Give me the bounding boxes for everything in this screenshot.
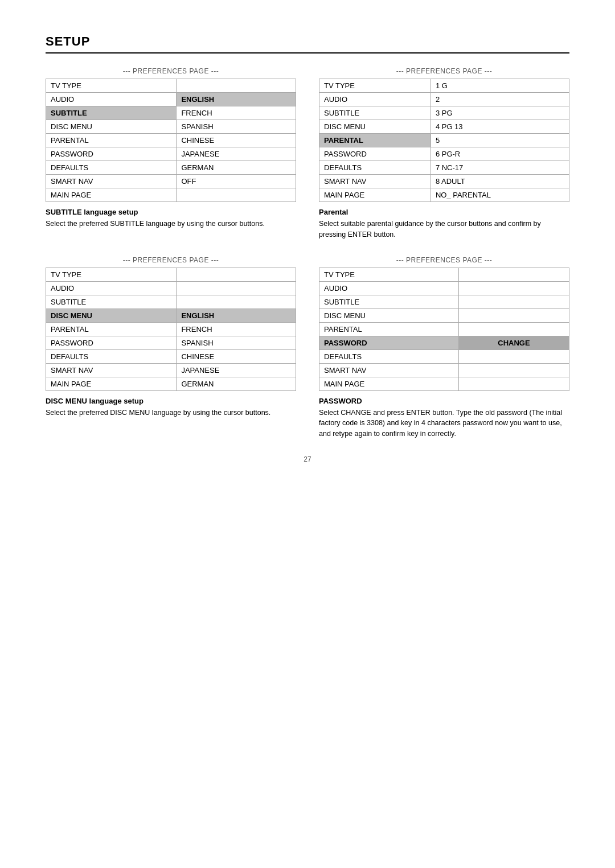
table-row: SMART NAV <box>319 363 569 377</box>
password-caption-body: Select CHANGE and press ENTER button. Ty… <box>319 408 569 439</box>
table-row: PARENTAL <box>319 322 569 336</box>
disc-menu-section: --- PREFERENCES PAGE --- TV TYPE AUDIO S… <box>46 256 296 439</box>
table-row: DEFAULTSGERMAN <box>46 161 296 175</box>
pref-header-2: --- PREFERENCES PAGE --- <box>319 67 569 75</box>
table-row: SMART NAVOFF <box>46 175 296 188</box>
pref-header-4: --- PREFERENCES PAGE --- <box>319 256 569 264</box>
table-row: DISC MENUSPANISH <box>46 120 296 134</box>
table-row: DISC MENUENGLISH <box>46 308 296 322</box>
password-section: --- PREFERENCES PAGE --- TV TYPE AUDIO S… <box>319 256 569 439</box>
table-row: DEFAULTSCHINESE <box>46 349 296 363</box>
parental-caption-body: Select suitable parental guidance by the… <box>319 219 569 240</box>
table-row: SMART NAVJAPANESE <box>46 363 296 377</box>
disc-menu-caption-title: DISC MENU language setup <box>46 397 296 405</box>
table-row: PARENTAL5 <box>319 134 569 147</box>
table-row: SUBTITLE <box>46 295 296 308</box>
table-row: DISC MENU4 PG 13 <box>319 120 569 134</box>
subtitle-caption-title: SUBTITLE language setup <box>46 208 296 216</box>
subtitle-caption: SUBTITLE language setup Select the prefe… <box>46 208 296 229</box>
table-row: DEFAULTS7 NC-17 <box>319 161 569 175</box>
page-title: SETUP <box>46 34 569 54</box>
table-row: PARENTALCHINESE <box>46 134 296 147</box>
table-row: DEFAULTS <box>319 349 569 363</box>
table-row: PARENTALFRENCH <box>46 322 296 336</box>
table-row: PASSWORD6 PG-R <box>319 147 569 161</box>
table-row: SUBTITLEFRENCH <box>46 106 296 120</box>
table-row: PASSWORDJAPANESE <box>46 147 296 161</box>
table-row: TV TYPE <box>46 79 296 93</box>
disc-menu-caption-body: Select the preferred DISC MENU language … <box>46 408 296 418</box>
password-caption: PASSWORD Select CHANGE and press ENTER b… <box>319 397 569 439</box>
password-caption-title: PASSWORD <box>319 397 569 405</box>
table-row: TV TYPE1 G <box>319 79 569 93</box>
page-number: 27 <box>46 455 569 463</box>
pref-header-1: --- PREFERENCES PAGE --- <box>46 67 296 75</box>
subtitle-caption-body: Select the preferred SUBTITLE language b… <box>46 219 296 229</box>
parental-table: TV TYPE1 G AUDIO2 SUBTITLE3 PG DISC MENU… <box>319 79 569 202</box>
table-row: DISC MENU <box>319 308 569 322</box>
password-table: TV TYPE AUDIO SUBTITLE DISC MENU PARENTA… <box>319 268 569 391</box>
table-row: MAIN PAGE <box>46 188 296 202</box>
disc-menu-table: TV TYPE AUDIO SUBTITLE DISC MENUENGLISH … <box>46 268 296 391</box>
table-row: TV TYPE <box>319 268 569 281</box>
table-row: MAIN PAGENO_ PARENTAL <box>319 188 569 202</box>
table-row: AUDIO <box>46 281 296 295</box>
table-row: MAIN PAGE <box>319 377 569 390</box>
subtitle-table: TV TYPE AUDIOENGLISH SUBTITLEFRENCH DISC… <box>46 79 296 202</box>
table-row: AUDIOENGLISH <box>46 93 296 106</box>
parental-caption: Parental Select suitable parental guidan… <box>319 208 569 240</box>
table-row: PASSWORDCHANGE <box>319 336 569 349</box>
table-row: SMART NAV8 ADULT <box>319 175 569 188</box>
table-row: SUBTITLE <box>319 295 569 308</box>
parental-section: --- PREFERENCES PAGE --- TV TYPE1 G AUDI… <box>319 67 569 240</box>
table-row: AUDIO2 <box>319 93 569 106</box>
table-row: TV TYPE <box>46 268 296 281</box>
subtitle-section: --- PREFERENCES PAGE --- TV TYPE AUDIOEN… <box>46 67 296 240</box>
disc-menu-caption: DISC MENU language setup Select the pref… <box>46 397 296 418</box>
table-row: PASSWORDSPANISH <box>46 336 296 349</box>
table-row: MAIN PAGEGERMAN <box>46 377 296 390</box>
table-row: SUBTITLE3 PG <box>319 106 569 120</box>
parental-caption-title: Parental <box>319 208 569 216</box>
table-row: AUDIO <box>319 281 569 295</box>
pref-header-3: --- PREFERENCES PAGE --- <box>46 256 296 264</box>
